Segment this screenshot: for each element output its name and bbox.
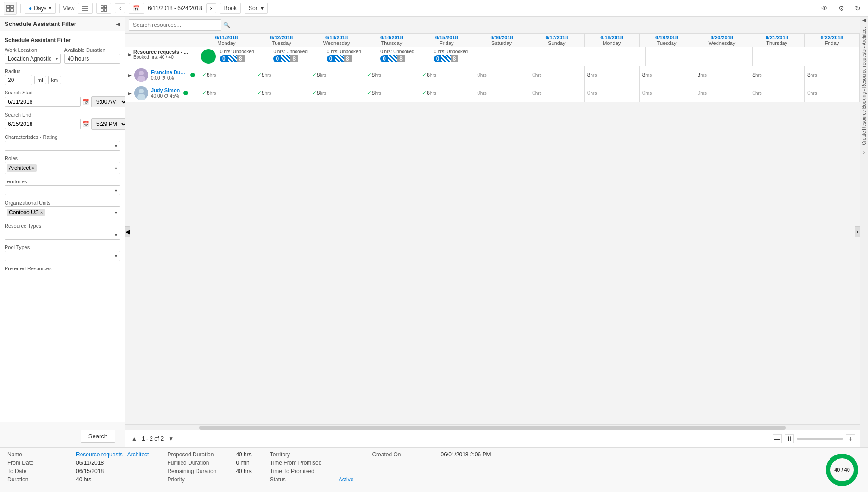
- svg-rect-8: [104, 6, 107, 8]
- search-end-time-select[interactable]: 5:29 PM: [91, 118, 125, 130]
- zoom-out-btn[interactable]: —: [773, 434, 782, 443]
- right-panel-collapse-btn[interactable]: ›: [855, 226, 860, 237]
- prev-btn[interactable]: ‹: [115, 3, 125, 13]
- work-location-select[interactable]: Location Agnostic: [5, 54, 61, 64]
- work-loc-row: Work Location Location Agnostic Availabl…: [5, 47, 120, 64]
- resource-name-judy[interactable]: Judy Simon: [151, 87, 180, 93]
- list-view-btn[interactable]: [78, 3, 93, 14]
- res-cell-f5: 0hrs: [474, 66, 529, 84]
- toolbar: ● Days ▾ View ‹ 📅 6/11/2018 - 6/24/2018 …: [0, 0, 868, 17]
- date-range: 6/11/2018 - 6/24/2018: [148, 5, 202, 12]
- pool-types-select-wrapper: [5, 251, 120, 261]
- status-fulfilled-field: Fulfilled Duration 0 min: [167, 460, 251, 466]
- pagination-bar: ▲ 1 - 2 of 2 ▼ — ⏸ +: [125, 430, 860, 447]
- work-location-label: Work Location: [5, 47, 61, 53]
- search-end-date-input[interactable]: [5, 119, 81, 129]
- res-cell-f3: ✓8hrs: [364, 66, 419, 84]
- sort-btn[interactable]: Sort ▾: [245, 3, 268, 14]
- search-button[interactable]: Search: [81, 430, 115, 443]
- booking-badge-2: 0 8: [327, 55, 376, 62]
- resource-col-header: [125, 34, 199, 47]
- search-icon-btn[interactable]: 🔍: [221, 20, 232, 30]
- pool-types-select[interactable]: [5, 251, 120, 261]
- roles-tag-input[interactable]: Architect ×: [5, 162, 120, 174]
- right-side-panel: › ◀ Create Resource Booking - Resource r…: [860, 17, 868, 447]
- donut-chart: 40 / 40: [824, 451, 861, 488]
- status-duration-value: 40 hrs: [76, 476, 91, 483]
- h-scroll-thumb[interactable]: [199, 426, 786, 430]
- search-end-cal-icon[interactable]: 📅: [82, 121, 89, 127]
- status-proposed-field: Proposed Duration 40 hrs: [167, 451, 251, 458]
- svg-rect-2: [7, 9, 10, 12]
- org-units-tag-remove[interactable]: ×: [40, 210, 43, 215]
- zoom-slider[interactable]: [797, 438, 843, 440]
- right-side-bottom-arrow[interactable]: ›: [862, 149, 866, 156]
- resource-expand-francine[interactable]: ▶: [128, 73, 132, 78]
- roles-tag-remove[interactable]: ×: [32, 166, 35, 171]
- unit-km-btn[interactable]: km: [48, 76, 62, 84]
- search-start-cal-icon[interactable]: 📅: [82, 99, 89, 105]
- resource-types-select[interactable]: [5, 230, 120, 240]
- org-units-tag-input[interactable]: Contoso US ×: [5, 206, 120, 218]
- pool-types-field: Pool Types: [5, 244, 120, 261]
- date-cell-2: 6/13/2018 Wednesday: [309, 34, 365, 47]
- territories-label: Territories: [5, 179, 120, 184]
- resource-types-label: Resource Types: [5, 223, 120, 229]
- zoom-in-btn[interactable]: +: [846, 434, 855, 443]
- grid-view-btn[interactable]: [96, 3, 111, 14]
- resource-expand-judy[interactable]: ▶: [128, 91, 132, 96]
- booking-badge-4: 0 8: [434, 55, 483, 62]
- status-duration-field: Duration 40 hrs: [7, 476, 149, 483]
- available-duration-label: Available Duration: [64, 47, 120, 53]
- search-input[interactable]: [129, 19, 221, 31]
- resource-name-col-francine: Francine Duran 0:00 ⏱ 0%: [151, 69, 187, 81]
- territories-select[interactable]: [5, 185, 120, 195]
- resource-row-judy: ▶ Judy Simon 40:00 ⏱ 45%: [125, 84, 860, 102]
- request-label-inner: ▶ Resource requests - ... Booked hrs: 40…: [128, 49, 196, 60]
- work-location-field: Work Location Location Agnostic: [5, 47, 61, 64]
- request-expand-icon[interactable]: ▶: [128, 52, 132, 57]
- radius-input[interactable]: [5, 75, 32, 85]
- settings-icon[interactable]: ⚙: [835, 2, 848, 15]
- status-territory-field: Territory: [270, 451, 354, 458]
- request-subtitle: Booked hrs: 40 / 40: [133, 55, 188, 60]
- unit-mi-btn[interactable]: mi: [34, 76, 46, 84]
- res-cell-j11: 0hrs: [805, 84, 860, 102]
- status-name-value[interactable]: Resource requests - Architect: [76, 451, 149, 458]
- grid-icon[interactable]: [4, 2, 17, 15]
- page-next-btn[interactable]: ▼: [166, 435, 176, 443]
- refresh-icon[interactable]: ↻: [851, 2, 864, 15]
- available-duration-input[interactable]: [64, 54, 120, 64]
- res-cell-f9: 8hrs: [694, 66, 749, 84]
- res-cell-j10: 0hrs: [749, 84, 805, 102]
- eye-icon[interactable]: 👁: [818, 2, 831, 15]
- territories-select-wrapper: [5, 185, 120, 195]
- date-cell-10: 6/21/2018 Thursday: [749, 34, 805, 47]
- left-panel-collapse-arrow[interactable]: ◀: [125, 226, 130, 237]
- content-area: Schedule Assistant Filter ◀ Schedule Ass…: [0, 17, 868, 447]
- pause-btn[interactable]: ⏸: [785, 434, 794, 443]
- filter-section-title: Schedule Assistant Filter: [5, 37, 120, 44]
- book-btn[interactable]: Book: [220, 3, 241, 14]
- resource-name-col-judy: Judy Simon 40:00 ⏱ 45%: [151, 87, 180, 99]
- calendar-icon[interactable]: 📅: [129, 3, 144, 14]
- right-side-top-arrow[interactable]: ◀: [862, 17, 867, 24]
- search-start-date-input[interactable]: [5, 97, 81, 107]
- days-dropdown[interactable]: ● Days ▾: [25, 3, 56, 14]
- status-status-value[interactable]: Active: [339, 476, 354, 483]
- resource-name-francine[interactable]: Francine Duran: [151, 69, 187, 75]
- h-scrollbar[interactable]: [125, 424, 860, 430]
- resource-status-judy: [182, 90, 189, 96]
- status-name-label: Name: [7, 451, 72, 458]
- next-btn[interactable]: ›: [206, 3, 216, 13]
- days-label: Days: [34, 5, 46, 12]
- date-cell-1: 6/12/2018 Tuesday: [254, 34, 309, 47]
- booking-badge-1: 0 8: [273, 55, 322, 62]
- status-proposed-value: 40 hrs: [236, 451, 251, 458]
- right-side-label[interactable]: Create Resource Booking - Resource reque…: [861, 24, 868, 149]
- search-start-time-select[interactable]: 9:00 AM: [91, 96, 125, 107]
- characteristics-select[interactable]: [5, 141, 120, 151]
- collapse-left-btn[interactable]: ◀: [116, 21, 120, 27]
- page-prev-btn[interactable]: ▲: [130, 435, 139, 443]
- org-units-input-wrapper: Contoso US × ▾: [5, 206, 120, 218]
